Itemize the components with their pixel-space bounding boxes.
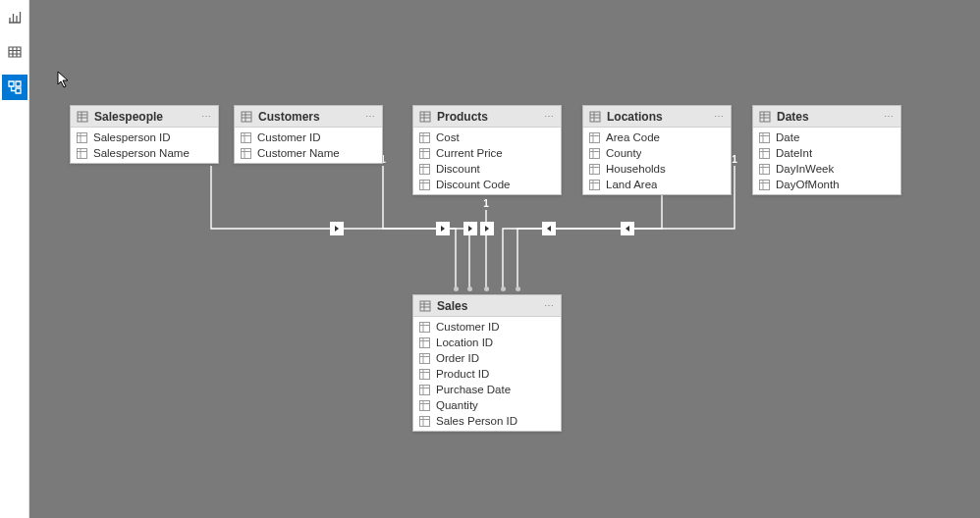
column-icon [419,180,430,190]
field-row[interactable]: DayOfMonth [753,177,900,192]
entity-menu[interactable]: ⋯ [544,111,555,122]
nav-sidebar [0,0,29,518]
svg-rect-11 [590,112,600,122]
field-name: Salesperson Name [93,147,190,159]
relationship-arrow [330,222,344,235]
relationship-arrow [463,222,477,235]
field-row[interactable]: Product ID [413,366,561,382]
field-row[interactable]: DayInWeek [753,161,900,177]
field-row[interactable]: Discount Code [413,177,561,192]
field-name: Product ID [436,368,489,380]
field-row[interactable]: Area Code [583,130,731,145]
field-row[interactable]: Purchase Date [413,382,561,397]
svg-rect-8 [420,148,430,158]
column-icon [759,180,770,190]
field-name: Cost [436,131,460,143]
entity-customers[interactable]: Customers ⋯ Customer IDCustomer Name [234,105,383,164]
model-icon [7,79,23,95]
entity-header[interactable]: Products ⋯ [413,106,561,128]
field-row[interactable]: DateInt [753,145,900,161]
svg-rect-5 [242,148,251,158]
field-name: Area Code [606,131,660,143]
entity-locations[interactable]: Locations ⋯ Area CodeCountyHouseholdsLan… [582,105,732,195]
field-row[interactable]: Customer ID [235,130,382,145]
field-row[interactable]: Current Price [413,145,561,161]
field-row[interactable]: Order ID [413,350,561,366]
field-name: Sales Person ID [436,415,517,427]
entity-header[interactable]: Dates ⋯ [753,106,900,128]
table-icon [419,111,431,123]
svg-rect-27 [420,400,430,410]
entity-sales[interactable]: Sales ⋯ Customer IDLocation IDOrder IDPr… [412,294,562,432]
table-icon [419,300,431,312]
model-canvas[interactable]: 1 1 1 1 Salespeople ⋯ Salesperson IDSale… [29,0,980,518]
entity-header[interactable]: Salespeople ⋯ [71,106,218,128]
svg-rect-21 [420,301,430,311]
cardinality-many [454,286,459,291]
cardinality-many [501,286,506,291]
column-icon [759,132,770,143]
entity-title: Locations [607,110,714,124]
svg-rect-25 [420,369,430,379]
entity-menu[interactable]: ⋯ [714,111,725,122]
field-row[interactable]: Location ID [413,335,561,350]
column-icon [419,148,430,159]
relationship-links [29,0,980,518]
field-row[interactable]: Quantity [413,397,561,413]
field-row[interactable]: Salesperson ID [71,130,218,145]
svg-rect-13 [590,148,600,158]
column-icon [419,164,430,175]
svg-rect-6 [420,112,430,122]
entity-menu[interactable]: ⋯ [544,300,555,311]
column-icon [77,148,87,159]
field-row[interactable]: Discount [413,161,561,177]
field-row[interactable]: Salesperson Name [71,145,218,161]
cardinality-one: 1 [481,198,491,210]
field-row[interactable]: Date [753,130,900,145]
field-name: Discount Code [436,179,510,190]
field-name: Customer Name [257,147,340,159]
svg-rect-3 [242,112,251,122]
entity-salespeople[interactable]: Salespeople ⋯ Salesperson IDSalesperson … [70,105,219,164]
field-row[interactable]: Cost [413,130,561,145]
field-row[interactable]: Households [583,161,731,177]
entity-menu[interactable]: ⋯ [201,111,212,122]
column-icon [419,337,430,348]
entity-products[interactable]: Products ⋯ CostCurrent PriceDiscountDisc… [412,105,562,195]
column-icon [759,148,770,159]
field-row[interactable]: County [583,145,731,161]
entity-menu[interactable]: ⋯ [365,111,376,122]
field-row[interactable]: Customer Name [235,145,382,161]
field-row[interactable]: Sales Person ID [413,413,561,429]
svg-rect-16 [760,112,770,122]
entity-header[interactable]: Locations ⋯ [583,106,731,128]
model-view-button[interactable] [2,75,27,100]
column-icon [241,132,251,143]
field-name: Customer ID [257,131,321,143]
field-row[interactable]: Land Area [583,177,731,192]
svg-rect-26 [420,385,430,394]
entity-menu[interactable]: ⋯ [884,111,895,122]
entity-title: Products [437,110,544,124]
data-view-button[interactable] [2,39,27,65]
entity-dates[interactable]: Dates ⋯ DateDateIntDayInWeekDayOfMonth [752,105,901,195]
column-icon [419,353,430,364]
table-icon [7,44,23,60]
entity-fields: Salesperson IDSalesperson Name [71,128,218,163]
field-name: Discount [436,163,480,175]
svg-rect-2 [78,148,87,158]
field-row[interactable]: Customer ID [413,319,561,335]
entity-header[interactable]: Customers ⋯ [235,106,382,128]
column-icon [589,164,600,175]
svg-rect-15 [590,180,600,189]
column-icon [419,385,430,395]
svg-rect-17 [760,132,770,142]
field-name: DateInt [776,147,812,159]
field-name: Households [606,163,666,175]
entity-header[interactable]: Sales ⋯ [413,295,561,317]
report-view-button[interactable] [2,4,27,29]
entity-fields: Customer IDLocation IDOrder IDProduct ID… [413,317,561,431]
entity-fields: DateDateIntDayInWeekDayOfMonth [753,128,900,194]
entity-fields: CostCurrent PriceDiscountDiscount Code [413,128,561,194]
column-icon [419,322,430,333]
